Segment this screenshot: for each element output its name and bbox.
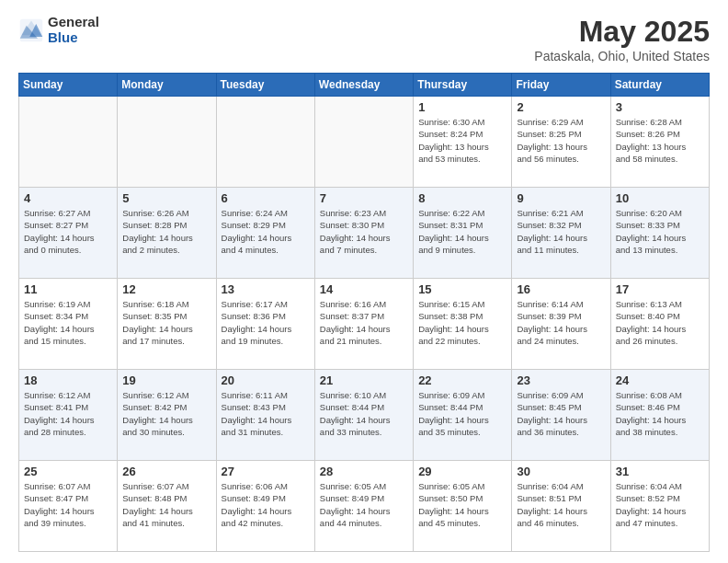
day-number: 21: [320, 373, 408, 387]
calendar-cell: 11Sunrise: 6:19 AM Sunset: 8:34 PM Dayli…: [19, 279, 118, 370]
day-number: 5: [122, 191, 210, 205]
day-number: 20: [222, 373, 310, 387]
weekday-header: Wednesday: [314, 74, 413, 97]
day-info: Sunrise: 6:04 AM Sunset: 8:51 PM Dayligh…: [517, 480, 605, 529]
day-number: 26: [122, 465, 210, 478]
calendar-cell: 21Sunrise: 6:10 AM Sunset: 8:44 PM Dayli…: [314, 370, 413, 461]
day-info: Sunrise: 6:30 AM Sunset: 8:24 PM Dayligh…: [418, 116, 506, 165]
day-number: 19: [122, 373, 210, 387]
day-info: Sunrise: 6:06 AM Sunset: 8:49 PM Dayligh…: [222, 480, 310, 529]
day-number: 9: [517, 191, 605, 205]
calendar-cell: 18Sunrise: 6:12 AM Sunset: 8:41 PM Dayli…: [19, 370, 118, 461]
day-number: 23: [517, 373, 605, 387]
day-number: 28: [320, 465, 408, 478]
calendar-cell: 19Sunrise: 6:12 AM Sunset: 8:42 PM Dayli…: [118, 370, 216, 461]
day-number: 16: [517, 282, 605, 296]
title-month: May 2025: [534, 15, 710, 49]
calendar-cell: 16Sunrise: 6:14 AM Sunset: 8:39 PM Dayli…: [512, 279, 610, 370]
day-info: Sunrise: 6:09 AM Sunset: 8:44 PM Dayligh…: [418, 389, 506, 438]
day-info: Sunrise: 6:09 AM Sunset: 8:45 PM Dayligh…: [517, 389, 605, 438]
calendar-cell: 23Sunrise: 6:09 AM Sunset: 8:45 PM Dayli…: [512, 370, 610, 461]
day-number: 31: [616, 465, 704, 478]
calendar-cell: 24Sunrise: 6:08 AM Sunset: 8:46 PM Dayli…: [610, 370, 709, 461]
calendar-cell: 13Sunrise: 6:17 AM Sunset: 8:36 PM Dayli…: [216, 279, 314, 370]
calendar-cell: 25Sunrise: 6:07 AM Sunset: 8:47 PM Dayli…: [19, 461, 118, 552]
day-info: Sunrise: 6:24 AM Sunset: 8:29 PM Dayligh…: [222, 207, 310, 256]
logo-blue: Blue: [48, 30, 99, 46]
day-info: Sunrise: 6:19 AM Sunset: 8:34 PM Dayligh…: [24, 298, 112, 347]
day-number: 14: [320, 282, 408, 296]
day-number: 2: [517, 100, 605, 114]
calendar-week-row: 18Sunrise: 6:12 AM Sunset: 8:41 PM Dayli…: [19, 370, 710, 461]
calendar-cell: 26Sunrise: 6:07 AM Sunset: 8:48 PM Dayli…: [118, 461, 216, 552]
calendar-cell: [19, 97, 118, 188]
calendar-cell: [118, 97, 216, 188]
title-location: Pataskala, Ohio, United States: [534, 49, 710, 63]
day-info: Sunrise: 6:18 AM Sunset: 8:35 PM Dayligh…: [122, 298, 210, 347]
day-info: Sunrise: 6:22 AM Sunset: 8:31 PM Dayligh…: [418, 207, 506, 256]
calendar-cell: 15Sunrise: 6:15 AM Sunset: 8:38 PM Dayli…: [414, 279, 512, 370]
calendar-cell: 2Sunrise: 6:29 AM Sunset: 8:25 PM Daylig…: [512, 97, 610, 188]
calendar-cell: 14Sunrise: 6:16 AM Sunset: 8:37 PM Dayli…: [314, 279, 413, 370]
day-info: Sunrise: 6:07 AM Sunset: 8:48 PM Dayligh…: [122, 480, 210, 529]
day-number: 29: [418, 465, 506, 478]
day-number: 17: [616, 282, 704, 296]
day-number: 27: [222, 465, 310, 478]
day-info: Sunrise: 6:26 AM Sunset: 8:28 PM Dayligh…: [122, 207, 210, 256]
day-number: 22: [418, 373, 506, 387]
day-info: Sunrise: 6:12 AM Sunset: 8:42 PM Dayligh…: [122, 389, 210, 438]
weekday-header: Monday: [118, 74, 216, 97]
day-number: 6: [222, 191, 310, 205]
weekday-header: Tuesday: [216, 74, 314, 97]
calendar-cell: 17Sunrise: 6:13 AM Sunset: 8:40 PM Dayli…: [610, 279, 709, 370]
calendar-cell: 3Sunrise: 6:28 AM Sunset: 8:26 PM Daylig…: [610, 97, 709, 188]
day-info: Sunrise: 6:28 AM Sunset: 8:26 PM Dayligh…: [616, 116, 704, 165]
calendar-cell: 29Sunrise: 6:05 AM Sunset: 8:50 PM Dayli…: [414, 461, 512, 552]
day-info: Sunrise: 6:05 AM Sunset: 8:50 PM Dayligh…: [418, 480, 506, 529]
day-number: 24: [616, 373, 704, 387]
calendar-cell: 6Sunrise: 6:24 AM Sunset: 8:29 PM Daylig…: [216, 188, 314, 279]
weekday-header: Sunday: [19, 74, 118, 97]
calendar-cell: 5Sunrise: 6:26 AM Sunset: 8:28 PM Daylig…: [118, 188, 216, 279]
calendar-cell: 8Sunrise: 6:22 AM Sunset: 8:31 PM Daylig…: [414, 188, 512, 279]
day-info: Sunrise: 6:23 AM Sunset: 8:30 PM Dayligh…: [320, 207, 408, 256]
logo-general: General: [48, 15, 99, 30]
calendar-cell: 27Sunrise: 6:06 AM Sunset: 8:49 PM Dayli…: [216, 461, 314, 552]
header: General Blue May 2025 Pataskala, Ohio, U…: [18, 15, 710, 63]
calendar: SundayMondayTuesdayWednesdayThursdayFrid…: [18, 73, 710, 552]
page: General Blue May 2025 Pataskala, Ohio, U…: [0, 0, 728, 563]
day-info: Sunrise: 6:12 AM Sunset: 8:41 PM Dayligh…: [24, 389, 112, 438]
day-info: Sunrise: 6:29 AM Sunset: 8:25 PM Dayligh…: [517, 116, 605, 165]
calendar-cell: [216, 97, 314, 188]
day-info: Sunrise: 6:14 AM Sunset: 8:39 PM Dayligh…: [517, 298, 605, 347]
calendar-week-row: 4Sunrise: 6:27 AM Sunset: 8:27 PM Daylig…: [19, 188, 710, 279]
day-number: 7: [320, 191, 408, 205]
day-info: Sunrise: 6:13 AM Sunset: 8:40 PM Dayligh…: [616, 298, 704, 347]
title-block: May 2025 Pataskala, Ohio, United States: [534, 15, 710, 63]
weekday-header: Friday: [512, 74, 610, 97]
calendar-cell: 28Sunrise: 6:05 AM Sunset: 8:49 PM Dayli…: [314, 461, 413, 552]
day-info: Sunrise: 6:27 AM Sunset: 8:27 PM Dayligh…: [24, 207, 112, 256]
calendar-week-row: 1Sunrise: 6:30 AM Sunset: 8:24 PM Daylig…: [19, 97, 710, 188]
day-info: Sunrise: 6:07 AM Sunset: 8:47 PM Dayligh…: [24, 480, 112, 529]
calendar-cell: 10Sunrise: 6:20 AM Sunset: 8:33 PM Dayli…: [610, 188, 709, 279]
day-number: 30: [517, 465, 605, 478]
day-number: 10: [616, 191, 704, 205]
day-info: Sunrise: 6:11 AM Sunset: 8:43 PM Dayligh…: [222, 389, 310, 438]
day-number: 1: [418, 100, 506, 114]
calendar-cell: 1Sunrise: 6:30 AM Sunset: 8:24 PM Daylig…: [414, 97, 512, 188]
weekday-header: Saturday: [610, 74, 709, 97]
day-number: 18: [24, 373, 112, 387]
day-number: 3: [616, 100, 704, 114]
calendar-cell: 22Sunrise: 6:09 AM Sunset: 8:44 PM Dayli…: [414, 370, 512, 461]
day-number: 8: [418, 191, 506, 205]
day-number: 25: [24, 465, 112, 478]
day-info: Sunrise: 6:15 AM Sunset: 8:38 PM Dayligh…: [418, 298, 506, 347]
calendar-cell: 9Sunrise: 6:21 AM Sunset: 8:32 PM Daylig…: [512, 188, 610, 279]
weekday-header-row: SundayMondayTuesdayWednesdayThursdayFrid…: [19, 74, 710, 97]
calendar-week-row: 25Sunrise: 6:07 AM Sunset: 8:47 PM Dayli…: [19, 461, 710, 552]
day-info: Sunrise: 6:17 AM Sunset: 8:36 PM Dayligh…: [222, 298, 310, 347]
day-info: Sunrise: 6:05 AM Sunset: 8:49 PM Dayligh…: [320, 480, 408, 529]
calendar-cell: [314, 97, 413, 188]
day-info: Sunrise: 6:21 AM Sunset: 8:32 PM Dayligh…: [517, 207, 605, 256]
